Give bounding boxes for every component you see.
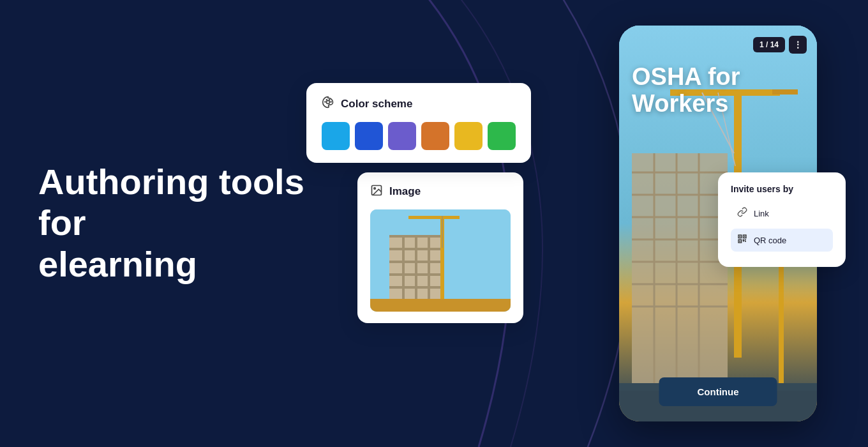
phone-title-line1: OSHA for: [632, 63, 740, 90]
invite-qr-option[interactable]: QR code: [731, 229, 833, 252]
svg-rect-15: [415, 235, 417, 299]
image-card-title: Image: [389, 185, 421, 198]
phone-title-area: OSHA for Workers: [632, 64, 804, 117]
svg-rect-47: [739, 236, 740, 237]
link-icon: [737, 207, 747, 220]
swatch-yellow[interactable]: [454, 122, 483, 150]
swatch-blue[interactable]: [355, 122, 383, 150]
continue-button[interactable]: Continue: [659, 377, 777, 406]
main-heading: Authoring tools for elearning: [38, 162, 306, 285]
invite-card-title: Invite users by: [731, 184, 833, 194]
image-icon: [370, 184, 383, 199]
image-preview: [370, 209, 511, 312]
left-content: Authoring tools for elearning: [38, 162, 306, 285]
swatch-sky-blue[interactable]: [322, 122, 350, 150]
svg-rect-49: [739, 241, 740, 242]
heading-line2: elearning: [38, 244, 197, 284]
svg-rect-16: [428, 235, 430, 299]
more-button[interactable]: ⋮: [789, 36, 807, 54]
qr-label: QR code: [754, 236, 786, 245]
phone-header: 1 / 14 ⋮: [753, 36, 807, 54]
color-swatches: [322, 122, 516, 150]
heading-line1: Authoring tools for: [38, 162, 304, 243]
palette-icon: [322, 96, 334, 112]
page-counter: 1 / 14: [753, 37, 785, 52]
color-scheme-card: Color scheme: [306, 83, 531, 163]
invite-link-option[interactable]: Link: [731, 202, 833, 225]
image-card-header: Image: [370, 184, 511, 199]
svg-point-4: [330, 101, 332, 103]
swatch-purple[interactable]: [388, 122, 416, 150]
svg-point-2: [326, 99, 328, 101]
svg-rect-14: [402, 235, 405, 299]
link-label: Link: [754, 209, 769, 218]
card-header: Color scheme: [322, 96, 516, 112]
svg-rect-48: [744, 236, 745, 237]
svg-rect-18: [408, 216, 460, 219]
phone-title-line2: Workers: [632, 90, 728, 117]
phone-title-text: OSHA for Workers: [632, 64, 804, 117]
svg-rect-28: [632, 153, 728, 396]
svg-point-1: [324, 101, 326, 103]
image-card: Image: [357, 172, 523, 323]
color-scheme-title: Color scheme: [341, 98, 412, 110]
swatch-orange[interactable]: [421, 122, 449, 150]
svg-point-0: [327, 101, 330, 104]
swatch-green[interactable]: [488, 122, 516, 150]
svg-point-6: [374, 188, 376, 190]
qr-icon: [737, 234, 747, 246]
svg-point-3: [329, 99, 331, 101]
invite-card: Invite users by Link QR code: [718, 172, 846, 267]
svg-rect-20: [370, 299, 511, 312]
